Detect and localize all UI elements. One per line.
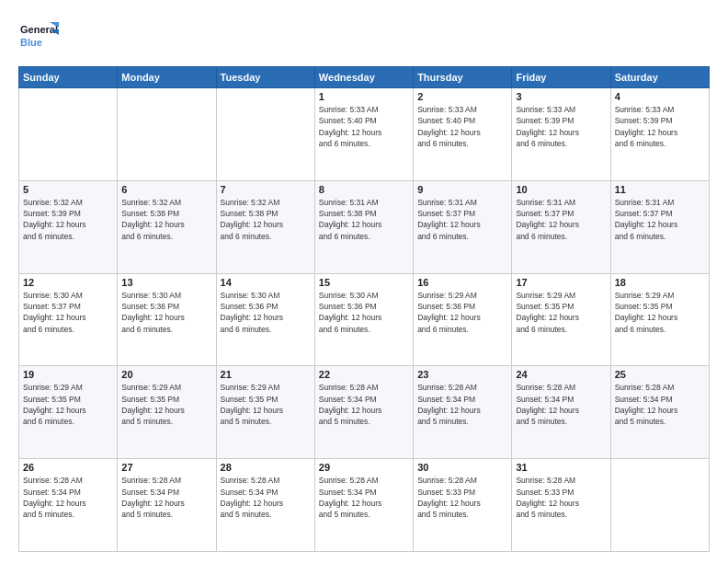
calendar-cell: 11Sunrise: 5:31 AM Sunset: 5:37 PM Dayli…	[610, 180, 709, 273]
calendar-cell: 16Sunrise: 5:29 AM Sunset: 5:36 PM Dayli…	[414, 273, 512, 366]
day-number: 2	[417, 91, 507, 102]
day-number: 29	[319, 462, 409, 473]
day-info: Sunrise: 5:33 AM Sunset: 5:39 PM Dayligh…	[516, 104, 606, 149]
day-info: Sunrise: 5:33 AM Sunset: 5:40 PM Dayligh…	[319, 104, 409, 149]
day-info: Sunrise: 5:30 AM Sunset: 5:37 PM Dayligh…	[23, 290, 113, 335]
day-info: Sunrise: 5:29 AM Sunset: 5:36 PM Dayligh…	[417, 290, 507, 335]
weekday-header-saturday: Saturday	[610, 67, 709, 88]
day-number: 20	[121, 369, 211, 380]
day-info: Sunrise: 5:29 AM Sunset: 5:35 PM Dayligh…	[615, 290, 705, 335]
calendar-cell: 3Sunrise: 5:33 AM Sunset: 5:39 PM Daylig…	[512, 88, 610, 181]
day-number: 21	[221, 369, 311, 380]
day-info: Sunrise: 5:28 AM Sunset: 5:33 PM Dayligh…	[417, 475, 507, 520]
day-info: Sunrise: 5:33 AM Sunset: 5:39 PM Dayligh…	[615, 104, 705, 149]
day-number: 23	[417, 369, 507, 380]
calendar-cell: 28Sunrise: 5:28 AM Sunset: 5:34 PM Dayli…	[216, 459, 314, 552]
calendar-cell: 6Sunrise: 5:32 AM Sunset: 5:38 PM Daylig…	[118, 180, 216, 273]
calendar-cell: 5Sunrise: 5:32 AM Sunset: 5:39 PM Daylig…	[19, 180, 118, 273]
day-number: 5	[23, 184, 113, 195]
day-number: 31	[516, 462, 606, 473]
day-number: 16	[417, 277, 507, 288]
day-number: 12	[23, 277, 113, 288]
weekday-header-monday: Monday	[118, 67, 216, 88]
calendar-cell: 2Sunrise: 5:33 AM Sunset: 5:40 PM Daylig…	[414, 88, 512, 181]
calendar-cell	[216, 88, 314, 181]
calendar-cell: 1Sunrise: 5:33 AM Sunset: 5:40 PM Daylig…	[314, 88, 413, 181]
day-info: Sunrise: 5:32 AM Sunset: 5:39 PM Dayligh…	[23, 197, 113, 242]
day-info: Sunrise: 5:29 AM Sunset: 5:35 PM Dayligh…	[516, 290, 606, 335]
day-number: 30	[417, 462, 507, 473]
day-number: 1	[319, 91, 409, 102]
day-number: 18	[615, 277, 705, 288]
day-info: Sunrise: 5:30 AM Sunset: 5:36 PM Dayligh…	[221, 290, 311, 335]
weekday-header-sunday: Sunday	[19, 67, 118, 88]
calendar-cell: 27Sunrise: 5:28 AM Sunset: 5:34 PM Dayli…	[118, 459, 216, 552]
calendar-cell: 12Sunrise: 5:30 AM Sunset: 5:37 PM Dayli…	[19, 273, 118, 366]
day-number: 24	[516, 369, 606, 380]
weekday-header-thursday: Thursday	[414, 67, 512, 88]
calendar-cell: 9Sunrise: 5:31 AM Sunset: 5:37 PM Daylig…	[414, 180, 512, 273]
weekday-header-friday: Friday	[512, 67, 610, 88]
weekday-header-tuesday: Tuesday	[216, 67, 314, 88]
day-number: 17	[516, 277, 606, 288]
calendar-cell: 26Sunrise: 5:28 AM Sunset: 5:34 PM Dayli…	[19, 459, 118, 552]
day-number: 14	[221, 277, 311, 288]
day-number: 3	[516, 91, 606, 102]
calendar-cell: 7Sunrise: 5:32 AM Sunset: 5:38 PM Daylig…	[216, 180, 314, 273]
calendar-cell: 14Sunrise: 5:30 AM Sunset: 5:36 PM Dayli…	[216, 273, 314, 366]
weekday-header-wednesday: Wednesday	[314, 67, 413, 88]
calendar-cell: 21Sunrise: 5:29 AM Sunset: 5:35 PM Dayli…	[216, 366, 314, 459]
calendar-cell: 8Sunrise: 5:31 AM Sunset: 5:38 PM Daylig…	[314, 180, 413, 273]
day-info: Sunrise: 5:28 AM Sunset: 5:34 PM Dayligh…	[615, 382, 705, 427]
day-info: Sunrise: 5:32 AM Sunset: 5:38 PM Dayligh…	[221, 197, 311, 242]
day-number: 13	[121, 277, 211, 288]
calendar-week-row: 5Sunrise: 5:32 AM Sunset: 5:39 PM Daylig…	[19, 180, 710, 273]
day-info: Sunrise: 5:31 AM Sunset: 5:37 PM Dayligh…	[615, 197, 705, 242]
calendar-week-row: 19Sunrise: 5:29 AM Sunset: 5:35 PM Dayli…	[19, 366, 710, 459]
day-number: 4	[615, 91, 705, 102]
svg-text:Blue: Blue	[20, 37, 42, 48]
calendar-week-row: 12Sunrise: 5:30 AM Sunset: 5:37 PM Dayli…	[19, 273, 710, 366]
day-info: Sunrise: 5:30 AM Sunset: 5:36 PM Dayligh…	[121, 290, 211, 335]
day-info: Sunrise: 5:28 AM Sunset: 5:33 PM Dayligh…	[516, 475, 606, 520]
day-info: Sunrise: 5:28 AM Sunset: 5:34 PM Dayligh…	[417, 382, 507, 427]
weekday-header-row: SundayMondayTuesdayWednesdayThursdayFrid…	[19, 67, 710, 88]
day-number: 19	[23, 369, 113, 380]
calendar-cell: 22Sunrise: 5:28 AM Sunset: 5:34 PM Dayli…	[314, 366, 413, 459]
calendar-cell: 29Sunrise: 5:28 AM Sunset: 5:34 PM Dayli…	[314, 459, 413, 552]
day-info: Sunrise: 5:28 AM Sunset: 5:34 PM Dayligh…	[516, 382, 606, 427]
day-number: 28	[221, 462, 311, 473]
day-number: 22	[319, 369, 409, 380]
calendar-cell: 31Sunrise: 5:28 AM Sunset: 5:33 PM Dayli…	[512, 459, 610, 552]
day-number: 10	[516, 184, 606, 195]
day-info: Sunrise: 5:28 AM Sunset: 5:34 PM Dayligh…	[23, 475, 113, 520]
day-info: Sunrise: 5:29 AM Sunset: 5:35 PM Dayligh…	[121, 382, 211, 427]
day-info: Sunrise: 5:31 AM Sunset: 5:37 PM Dayligh…	[516, 197, 606, 242]
day-info: Sunrise: 5:29 AM Sunset: 5:35 PM Dayligh…	[221, 382, 311, 427]
day-number: 11	[615, 184, 705, 195]
day-number: 6	[121, 184, 211, 195]
day-info: Sunrise: 5:33 AM Sunset: 5:40 PM Dayligh…	[417, 104, 507, 149]
day-number: 9	[417, 184, 507, 195]
calendar-cell	[118, 88, 216, 181]
calendar-week-row: 1Sunrise: 5:33 AM Sunset: 5:40 PM Daylig…	[19, 88, 710, 181]
day-info: Sunrise: 5:28 AM Sunset: 5:34 PM Dayligh…	[319, 382, 409, 427]
day-info: Sunrise: 5:32 AM Sunset: 5:38 PM Dayligh…	[121, 197, 211, 242]
calendar-cell: 17Sunrise: 5:29 AM Sunset: 5:35 PM Dayli…	[512, 273, 610, 366]
calendar-cell: 15Sunrise: 5:30 AM Sunset: 5:36 PM Dayli…	[314, 273, 413, 366]
day-number: 27	[121, 462, 211, 473]
day-number: 26	[23, 462, 113, 473]
day-info: Sunrise: 5:31 AM Sunset: 5:38 PM Dayligh…	[319, 197, 409, 242]
calendar-cell	[19, 88, 118, 181]
page: General Blue SundayMondayTuesdayWednesda…	[0, 0, 728, 563]
calendar-cell: 13Sunrise: 5:30 AM Sunset: 5:36 PM Dayli…	[118, 273, 216, 366]
day-number: 15	[319, 277, 409, 288]
day-info: Sunrise: 5:29 AM Sunset: 5:35 PM Dayligh…	[23, 382, 113, 427]
calendar-cell: 20Sunrise: 5:29 AM Sunset: 5:35 PM Dayli…	[118, 366, 216, 459]
day-info: Sunrise: 5:31 AM Sunset: 5:37 PM Dayligh…	[417, 197, 507, 242]
calendar-cell: 19Sunrise: 5:29 AM Sunset: 5:35 PM Dayli…	[19, 366, 118, 459]
day-info: Sunrise: 5:30 AM Sunset: 5:36 PM Dayligh…	[319, 290, 409, 335]
calendar-week-row: 26Sunrise: 5:28 AM Sunset: 5:34 PM Dayli…	[19, 459, 710, 552]
day-info: Sunrise: 5:28 AM Sunset: 5:34 PM Dayligh…	[319, 475, 409, 520]
calendar-cell: 30Sunrise: 5:28 AM Sunset: 5:33 PM Dayli…	[414, 459, 512, 552]
